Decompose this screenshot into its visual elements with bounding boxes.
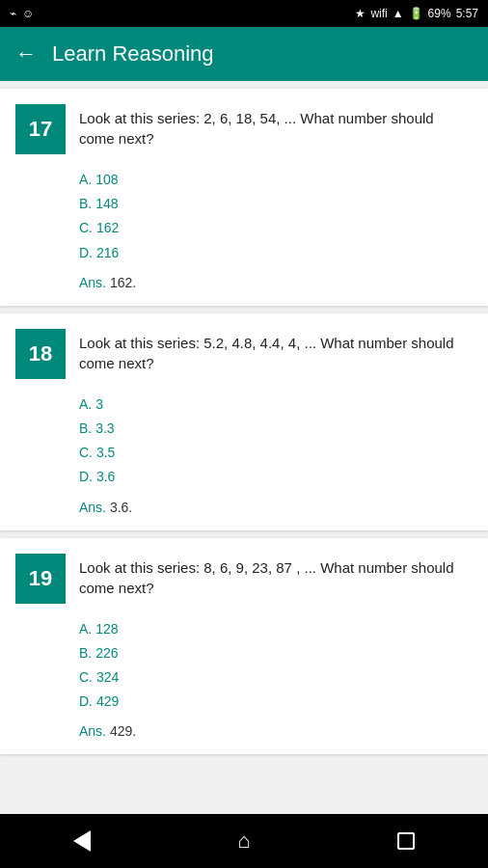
option-value: 226 <box>95 645 118 661</box>
usb-icon: ⌁ <box>10 7 16 20</box>
signal-icon: ▲ <box>393 7 404 20</box>
answer-value: 429. <box>110 723 136 739</box>
option-value: 108 <box>95 172 118 187</box>
option-value: 216 <box>96 245 119 260</box>
question-number: 18 <box>15 329 66 379</box>
recents-icon <box>397 832 415 850</box>
option-letter: A. <box>79 621 92 637</box>
option-value: 128 <box>95 621 118 637</box>
option-item[interactable]: C. 162 <box>79 216 473 240</box>
back-button[interactable]: ← <box>15 41 37 67</box>
answer-label: Ans. <box>79 500 106 515</box>
answer-value: 3.6. <box>110 500 132 515</box>
back-nav-icon <box>73 830 91 852</box>
question-card: 17Look at this series: 2, 6, 18, 54, ...… <box>0 89 488 306</box>
bottom-navigation: ⌂ <box>0 814 488 868</box>
question-number: 19 <box>15 554 66 604</box>
answer-label: Ans. <box>79 723 106 739</box>
option-value: 429 <box>96 693 119 709</box>
question-list: 17Look at this series: 2, 6, 18, 54, ...… <box>0 81 488 814</box>
answer-value: 162. <box>110 275 136 290</box>
option-item[interactable]: A. 3 <box>79 393 473 417</box>
option-letter: C. <box>79 669 93 685</box>
answer-line: Ans. 429. <box>15 723 473 739</box>
battery-percent: 69% <box>428 7 451 20</box>
battery-icon: 🔋 <box>409 7 423 20</box>
question-text: Look at this series: 8, 6, 9, 23, 87 , .… <box>79 554 473 598</box>
home-icon: ⌂ <box>237 828 250 853</box>
android-icon: ☺ <box>22 7 34 20</box>
option-item[interactable]: B. 3.3 <box>79 417 473 441</box>
question-text: Look at this series: 2, 6, 18, 54, ... W… <box>79 104 473 149</box>
option-value: 3.6 <box>96 469 115 484</box>
question-number: 17 <box>15 104 66 154</box>
option-item[interactable]: C. 3.5 <box>79 441 473 465</box>
option-letter: C. <box>79 220 93 235</box>
option-letter: C. <box>79 445 93 460</box>
option-letter: A. <box>79 172 92 187</box>
answer-label: Ans. <box>79 275 106 290</box>
option-item[interactable]: A. 108 <box>79 168 473 192</box>
app-title: Learn Reasoning <box>52 41 214 67</box>
option-value: 3 <box>95 396 103 412</box>
option-item[interactable]: A. 128 <box>79 617 473 641</box>
option-letter: A. <box>79 396 92 412</box>
option-letter: D. <box>79 693 93 709</box>
answer-line: Ans. 162. <box>15 275 473 290</box>
recents-nav-button[interactable] <box>378 823 434 859</box>
app-bar: ← Learn Reasoning <box>0 27 488 81</box>
back-nav-button[interactable] <box>54 821 110 861</box>
star-icon: ★ <box>355 7 366 20</box>
option-item[interactable]: B. 148 <box>79 192 473 216</box>
option-letter: B. <box>79 420 92 436</box>
option-item[interactable]: D. 429 <box>79 690 473 714</box>
clock: 5:57 <box>456 7 478 20</box>
answer-line: Ans. 3.6. <box>15 500 473 515</box>
status-right-icons: ★ wifi ▲ 🔋 69% 5:57 <box>355 7 478 20</box>
option-value: 3.5 <box>96 445 115 460</box>
wifi-icon: wifi <box>370 7 387 20</box>
option-value: 3.3 <box>95 420 114 436</box>
option-value: 324 <box>96 669 119 685</box>
option-value: 148 <box>95 196 118 211</box>
option-item[interactable]: B. 226 <box>79 641 473 665</box>
option-letter: D. <box>79 245 93 260</box>
option-item[interactable]: C. 324 <box>79 665 473 690</box>
status-bar: ⌁ ☺ ★ wifi ▲ 🔋 69% 5:57 <box>0 0 488 27</box>
option-letter: B. <box>79 196 92 211</box>
option-item[interactable]: D. 3.6 <box>79 465 473 489</box>
option-letter: B. <box>79 645 92 661</box>
home-nav-button[interactable]: ⌂ <box>218 819 269 863</box>
status-left-icons: ⌁ ☺ <box>10 7 34 20</box>
question-card: 19Look at this series: 8, 6, 9, 23, 87 ,… <box>0 538 488 755</box>
question-text: Look at this series: 5.2, 4.8, 4.4, 4, .… <box>79 329 473 373</box>
question-card: 18Look at this series: 5.2, 4.8, 4.4, 4,… <box>0 313 488 530</box>
option-item[interactable]: D. 216 <box>79 241 473 265</box>
option-letter: D. <box>79 469 93 484</box>
option-value: 162 <box>96 220 119 235</box>
